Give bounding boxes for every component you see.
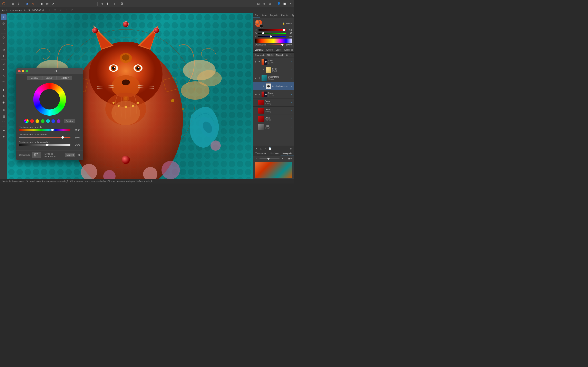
green-swatch[interactable] [41, 119, 44, 123]
blend-icon[interactable]: ⌘ [120, 1, 124, 6]
hsl-opacity-value[interactable]: 100 % [33, 152, 41, 158]
layers-blend-mode[interactable]: Normal [276, 54, 284, 57]
photo-icon[interactable]: ◉ [25, 1, 29, 6]
tab-navegador[interactable]: Navegador [281, 151, 294, 156]
r-slider[interactable] [258, 29, 286, 31]
eye-tool[interactable]: 👁 [53, 8, 57, 12]
b-thumb[interactable] [270, 35, 272, 38]
r-thumb[interactable] [283, 29, 285, 31]
crop-tool[interactable]: ⊹ [1, 34, 7, 40]
layers-stack-icon[interactable]: ⊞ [255, 147, 258, 150]
app-icon[interactable]: ⬡ [2, 1, 6, 6]
zoom-slider[interactable] [259, 158, 279, 159]
layer-check-icon[interactable]: ✓ [290, 101, 293, 104]
layer-item[interactable]: 👁 Pixel (Pixel) ✓ [253, 66, 294, 74]
align-right-icon[interactable]: ⫣ [111, 1, 116, 6]
heal-tool[interactable]: ✚ [1, 87, 7, 93]
layer-item[interactable]: ▶ 👁 Curva (Curva) ✓ [253, 58, 294, 66]
red-swatch[interactable] [30, 119, 34, 123]
foreground-color[interactable] [255, 20, 260, 25]
sat-slider-thumb[interactable] [61, 136, 64, 139]
move-tool[interactable]: ↖ [1, 14, 7, 20]
tab-tracado[interactable]: Traçado [268, 13, 279, 18]
fill-tool[interactable]: ◑ [1, 47, 7, 52]
tab-efeitos[interactable]: Efeitos [265, 48, 274, 52]
crop-tool[interactable]: ✂ [59, 8, 63, 12]
share-icon[interactable]: ⇧ [16, 1, 21, 6]
layer-visibility-icon[interactable]: 👁 [258, 77, 261, 80]
color-circle[interactable] [255, 20, 262, 27]
tab-camadas[interactable]: Camadas [253, 48, 265, 52]
zoom-out-icon[interactable]: − [255, 157, 258, 160]
g-slider[interactable] [258, 33, 286, 34]
yellow-swatch[interactable] [35, 119, 39, 123]
layer-check-icon[interactable]: ✓ [290, 77, 293, 79]
smudge-tool[interactable]: 〜 [1, 79, 7, 85]
layer-check-icon[interactable]: ✓ [290, 85, 293, 87]
b-slider[interactable] [258, 36, 286, 37]
lasso-tool[interactable]: ⌒ [1, 119, 7, 125]
layer-expand-icon[interactable]: ▶ [255, 60, 257, 63]
minimize-button[interactable] [22, 70, 24, 72]
layers-fx-icon[interactable]: fx [289, 53, 292, 57]
purple-swatch[interactable] [57, 119, 61, 123]
cyan-swatch[interactable] [46, 119, 50, 123]
crop2-tool[interactable]: ⊠ [1, 107, 7, 113]
red-eye-tool[interactable]: ◉ [1, 99, 7, 105]
sat-slider-track[interactable] [19, 137, 70, 138]
blue-swatch[interactable] [52, 119, 55, 123]
layer-visibility-icon[interactable]: 👁 [258, 60, 261, 63]
layer-check-icon[interactable]: ✓ [290, 60, 293, 63]
text-tool[interactable]: T [1, 53, 7, 58]
tab-pinceis[interactable]: Pincéis [279, 13, 290, 18]
arrange-icon[interactable]: ⊡ [256, 1, 261, 6]
reset-button[interactable]: Redefinir [56, 76, 72, 80]
spectrum-swatch[interactable] [24, 119, 29, 123]
opacity-thumb[interactable] [281, 44, 283, 46]
merge-button[interactable]: Mesclar [27, 76, 42, 80]
node-tool[interactable]: ◎ [1, 20, 7, 26]
color-wheel[interactable] [33, 83, 66, 116]
paint-tool[interactable]: ✎ [1, 41, 7, 46]
tab-amo[interactable]: Amo [260, 13, 268, 18]
hsl-settings-icon[interactable]: ⚙ [78, 154, 80, 156]
node2-tool[interactable]: ◇ [1, 73, 7, 79]
layer-item[interactable]: ▶ 👁 Upper Mane (Grupo) ✓ [253, 74, 294, 82]
zoom-tool[interactable]: ⊕ [1, 133, 7, 139]
tab-apa[interactable]: Apa [290, 13, 294, 18]
g-thumb[interactable] [262, 32, 264, 34]
layers-adjust-icon[interactable]: ⬚ [259, 147, 263, 150]
tab-estilos[interactable]: Estilos [274, 48, 283, 52]
close-button[interactable] [18, 70, 21, 72]
hsl-blend-mode[interactable]: Normal [65, 153, 75, 157]
layer-item[interactable]: Curva (Curva) ✓ [253, 99, 294, 107]
select-rect-icon[interactable]: ▣ [39, 1, 44, 6]
layer-visibility-icon2[interactable]: 👁 [262, 85, 265, 88]
layer-check-icon[interactable]: ✓ [290, 69, 293, 71]
grid-icon[interactable]: ⊞ [10, 1, 15, 6]
layer-item[interactable]: Curva (Curva) ✓ [253, 115, 294, 123]
store-icon[interactable]: 🔲 [282, 1, 287, 6]
tab-cor[interactable]: Cor [253, 13, 260, 18]
color-gradient-bar[interactable] [255, 39, 292, 43]
layers-add-doc-icon[interactable]: 📄 [268, 147, 272, 150]
canvas-area[interactable]: HSL Mesclar Excluir Redefinir [7, 13, 253, 179]
cursor-tool[interactable]: ↖ [47, 8, 52, 12]
color-model-dropdown[interactable]: ▾ [291, 22, 292, 25]
layer-check-icon[interactable]: ✓ [290, 126, 293, 128]
align-center-icon[interactable]: ⬍ [105, 1, 110, 6]
layer-expand-icon[interactable]: ▶ [255, 93, 257, 96]
tab-historico[interactable]: Histórico [268, 151, 281, 156]
layer-item[interactable]: ▶ 👁 Curva (Curva) ✓ [253, 90, 294, 99]
paint-icon[interactable]: ✎ [31, 1, 35, 6]
selection-tool[interactable]: ▦ [1, 113, 7, 119]
layer-item[interactable]: Curva (Curva) ✓ [253, 107, 294, 115]
layer-item[interactable]: Pixel (Pixel) ✓ [253, 123, 294, 131]
select-button[interactable]: Seletor [64, 119, 75, 123]
shape-tool[interactable]: □ [1, 61, 7, 67]
layers-settings-icon[interactable]: ⚙ [285, 53, 288, 57]
nav-thumbnail[interactable] [255, 162, 292, 178]
layers-trash-icon[interactable]: 🗑 [289, 147, 293, 150]
maximize-button[interactable] [26, 70, 28, 72]
color-model[interactable]: RGB [286, 22, 291, 25]
